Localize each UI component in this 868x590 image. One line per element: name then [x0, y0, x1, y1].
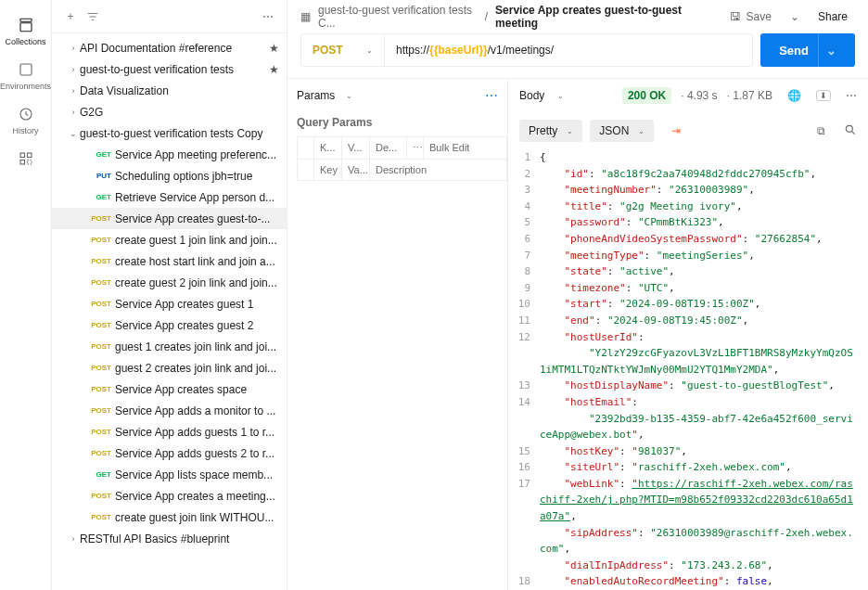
sidebar: ＋ ⋯ ›API Documentation #reference★›guest…: [52, 0, 287, 590]
method-badge: GET: [85, 470, 111, 479]
method-badge: POST: [85, 385, 111, 393]
tree-request[interactable]: POSTService App creates guest 2: [52, 314, 287, 336]
desc-input[interactable]: Description: [370, 160, 506, 180]
method-badge: POST: [85, 300, 111, 308]
method-badge: POST: [85, 257, 111, 265]
tree-request[interactable]: POSTcreate guest join link WITHOU...: [52, 507, 287, 528]
tab-params[interactable]: Params: [297, 89, 335, 102]
method-badge: POST: [85, 406, 111, 415]
response-body[interactable]: 1{2 "id": "a8c18f9c2aa740948d2fddc270945…: [508, 149, 868, 590]
col-desc[interactable]: De...: [370, 137, 407, 159]
save-dropdown[interactable]: ⌄: [786, 6, 803, 27]
filter-button[interactable]: [82, 6, 104, 28]
svg-rect-2: [20, 64, 32, 75]
tree-request[interactable]: POSTService App adds a monitor to ...: [52, 400, 287, 421]
method-badge: POST: [85, 449, 111, 457]
save-button[interactable]: 🖫Save: [722, 6, 779, 27]
method-badge: POST: [85, 236, 111, 244]
format-select[interactable]: JSON⌄: [590, 120, 654, 142]
rail-more[interactable]: [0, 143, 52, 174]
method-badge: GET: [85, 150, 111, 159]
tree-request[interactable]: POSTService App creates guest-to-...: [52, 208, 287, 229]
main-area: ▦ guest-to-guest verification tests C...…: [287, 0, 868, 590]
star-icon[interactable]: ★: [269, 42, 279, 55]
bulk-edit[interactable]: Bulk Edit: [424, 137, 506, 159]
tree-request[interactable]: POSTcreate guest 1 join link and join...: [52, 229, 287, 250]
rail-environments[interactable]: Environments: [0, 54, 52, 98]
query-params-table: K... V... De... ⋯ Bulk Edit Key Va... De…: [297, 136, 507, 181]
wrap-lines-icon[interactable]: ⇥: [661, 119, 691, 143]
method-badge: POST: [85, 342, 111, 351]
share-button[interactable]: Share: [811, 6, 855, 27]
tree-folder[interactable]: ›Data Visualization: [52, 80, 287, 101]
method-badge: POST: [85, 364, 111, 372]
request-pane: Params ⌄ ⋯ Query Params K... V... De... …: [287, 79, 508, 590]
tree-request[interactable]: POSTguest 2 creates join link and joi...: [52, 357, 287, 378]
col-key[interactable]: K...: [314, 137, 342, 159]
rail-history[interactable]: History: [0, 98, 52, 143]
new-button[interactable]: ＋: [59, 6, 82, 28]
status-badge: 200 OK: [622, 87, 671, 104]
copy-icon[interactable]: ⧉: [817, 124, 825, 137]
tree-request[interactable]: POSTcreate guest 2 join link and join...: [52, 272, 287, 293]
svg-rect-4: [20, 153, 25, 158]
collection-tree: ›API Documentation #reference★›guest-to-…: [52, 33, 287, 590]
breadcrumb-sep: /: [485, 10, 488, 23]
tree-folder[interactable]: ›RESTful API Basics #blueprint: [52, 528, 287, 549]
tree-request[interactable]: GETService App meeting preferenc...: [52, 144, 287, 165]
query-params-title: Query Params: [287, 112, 507, 136]
star-icon[interactable]: ★: [269, 63, 279, 76]
method-badge: POST: [85, 492, 111, 500]
tree-request[interactable]: POSTService App adds guests 1 to r...: [52, 421, 287, 442]
search-icon[interactable]: [844, 123, 857, 139]
method-badge: POST: [85, 513, 111, 521]
svg-rect-5: [27, 153, 32, 158]
url-input[interactable]: https://{{baseUrl}}/v1/meetings/: [385, 34, 752, 66]
tree-request[interactable]: POSTService App adds guests 2 to r...: [52, 442, 287, 464]
rail-collections[interactable]: Collections: [0, 9, 52, 54]
send-button[interactable]: Send ⌄: [760, 33, 855, 67]
tree-request[interactable]: POSTService App creates space: [52, 378, 287, 400]
options-button[interactable]: ⋯: [257, 6, 279, 28]
method-badge: GET: [85, 193, 111, 201]
response-size: · 1.87 KB: [727, 89, 772, 102]
tree-request[interactable]: GETRetrieve Service App person d...: [52, 186, 287, 208]
method-badge: POST: [85, 214, 111, 223]
network-icon[interactable]: 🌐: [787, 89, 801, 102]
breadcrumb-current: Service App creates guest-to-guest meeti…: [495, 4, 708, 30]
url-bar: POST⌄ https://{{baseUrl}}/v1/meetings/ S…: [287, 33, 868, 78]
tree-request[interactable]: PUTScheduling options jbh=true: [52, 165, 287, 186]
tree-folder[interactable]: ›guest-to-guest verification tests★: [52, 58, 287, 80]
method-badge: POST: [85, 278, 111, 287]
col-value[interactable]: V...: [342, 137, 370, 159]
save-response-icon[interactable]: ⬇: [816, 90, 831, 101]
method-badge: POST: [85, 321, 111, 329]
breadcrumb-parent[interactable]: guest-to-guest verification tests C...: [318, 4, 478, 30]
svg-rect-6: [20, 160, 25, 165]
method-select[interactable]: POST⌄: [301, 34, 385, 66]
tree-request[interactable]: GETService App lists space memb...: [52, 464, 287, 485]
svg-rect-0: [20, 19, 32, 21]
response-pane: Body ⌄ 200 OK · 4.93 s · 1.87 KB 🌐 ⬇ ⋯ P…: [508, 79, 868, 590]
tree-request[interactable]: POSTguest 1 creates join link and joi...: [52, 336, 287, 357]
tree-request[interactable]: POSTcreate host start link and join a...: [52, 250, 287, 272]
tree-folder[interactable]: ›G2G: [52, 101, 287, 122]
value-input[interactable]: Va...: [342, 160, 370, 180]
tree-folder[interactable]: ⌄guest-to-guest verification tests Copy: [52, 122, 287, 144]
breadcrumb-row: ▦ guest-to-guest verification tests C...…: [287, 0, 868, 33]
request-more[interactable]: ⋯: [485, 88, 498, 103]
tree-folder[interactable]: ›API Documentation #reference★: [52, 37, 287, 58]
response-time: · 4.93 s: [681, 89, 717, 102]
sidebar-toolbar: ＋ ⋯: [52, 0, 287, 33]
tree-request[interactable]: POSTService App creates a meeting...: [52, 485, 287, 507]
svg-point-8: [846, 125, 852, 132]
key-input[interactable]: Key: [314, 160, 342, 180]
tree-request[interactable]: POSTService App creates guest 1: [52, 293, 287, 314]
icon-rail: Collections Environments History: [0, 0, 52, 590]
collection-icon: ▦: [300, 10, 311, 23]
svg-rect-1: [20, 23, 32, 32]
response-more[interactable]: ⋯: [846, 89, 857, 102]
view-mode-select[interactable]: Pretty⌄: [519, 120, 582, 142]
tab-body[interactable]: Body: [519, 89, 544, 102]
svg-rect-7: [27, 160, 32, 165]
